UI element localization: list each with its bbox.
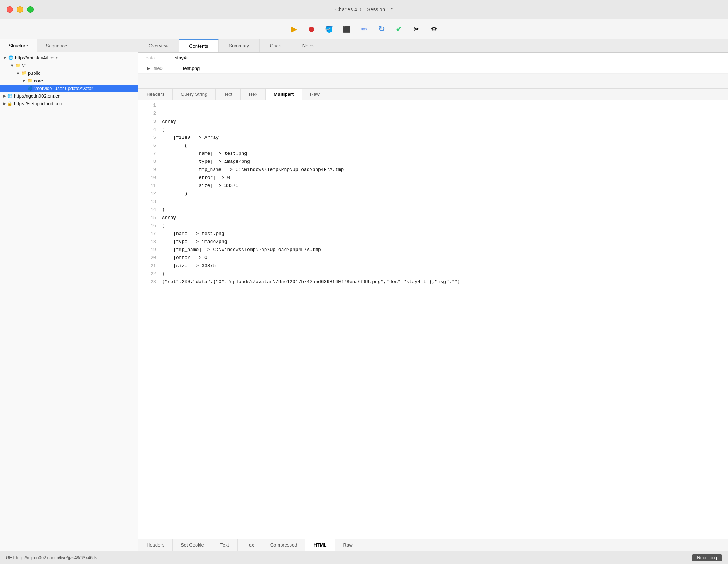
tab-contents[interactable]: Contents [179,39,219,52]
req-tab-multipart[interactable]: Multipart [266,89,302,100]
line-number: 2 [143,110,156,118]
resp-tab-compressed[interactable]: Compressed [262,539,306,551]
line-number: 3 [143,118,156,126]
request-sub-tabs: Headers Query String Text Hex Multipart … [138,89,728,100]
folder-icon-core: 📁 [27,78,32,83]
clear-btn[interactable]: ⬛ [339,23,354,36]
tab-overview[interactable]: Overview [138,39,179,52]
tab-summary[interactable]: Summary [219,39,260,52]
sidebar-tabs: Structure Sequence [0,39,138,52]
record-btn[interactable]: ⏺ [304,23,319,36]
line-number: 6 [143,142,156,150]
req-tab-headers[interactable]: Headers [138,89,173,100]
line-content: [error] => 0 [162,254,207,262]
maximize-button[interactable] [27,6,34,13]
line-content: [name] => test.png [162,150,247,158]
toolbar: ▶ ⏺ 🪣 ⬛ ✏ ↻ ✔ ✂ ⚙ [0,19,728,39]
recording-badge[interactable]: Recording [692,554,722,561]
code-area[interactable]: 123Array4(5 [file0] => Array6 (7 [name] … [138,100,728,539]
code-line: 21 [size] => 33375 [138,262,728,270]
req-tab-querystring[interactable]: Query String [173,89,216,100]
code-line: 6 ( [138,142,728,150]
line-content: {"ret":200,"data":{"0":"uploads\/avatar\… [162,278,460,286]
tree-item-public[interactable]: ▼ 📁 public [0,69,138,77]
code-line: 19 [tmp_name] => C:\Windows\Temp\Php\Upl… [138,246,728,254]
req-tab-text[interactable]: Text [216,89,241,100]
line-content: Array [162,118,176,126]
file-icon: 🔵 [28,86,33,91]
sidebar-tab-sequence[interactable]: Sequence [37,39,77,52]
code-line: 22) [138,270,728,278]
settings-btn[interactable]: ⚙ [427,23,441,36]
line-number: 13 [143,198,156,206]
line-number: 23 [143,278,156,286]
line-number: 18 [143,238,156,246]
tick-btn[interactable]: ✔ [392,23,406,36]
refresh-btn[interactable]: ↻ [374,23,389,36]
stop-btn[interactable]: 🪣 [322,23,336,36]
expand-file0-btn[interactable]: ▶ [146,65,152,71]
line-content: ( [162,126,165,134]
minimize-button[interactable] [17,6,23,13]
tree-item-v1[interactable]: ▼ 📁 v1 [0,62,138,69]
line-content: ( [162,142,187,150]
chevron-right-icon-ngcdn: ▶ [3,94,6,98]
pointer-btn[interactable]: ▶ [287,23,301,36]
code-line: 11 [size] => 33375 [138,182,728,190]
chevron-right-icon-icloud: ▶ [3,101,6,106]
tree-item-api-stay4it[interactable]: ▼ 🌐 http://api.stay4it.com [0,54,138,62]
statusbar: GET http://ngcdn002.cnr.cn/live/jjzs48/6… [0,551,728,564]
line-content: [type] => image/png [162,238,227,246]
bookmark-btn[interactable]: ✏ [357,23,371,36]
resp-tab-raw[interactable]: Raw [335,539,361,551]
tab-chart[interactable]: Chart [260,39,292,52]
line-number: 17 [143,230,156,238]
line-content: [name] => test.png [162,230,224,238]
close-button[interactable] [7,6,13,13]
req-tab-hex[interactable]: Hex [241,89,266,100]
tree-item-service[interactable]: 🔵 ?service=user.updateAvatar [0,85,138,92]
code-line: 16( [138,222,728,230]
line-content: [type] => image/png [162,158,250,166]
resp-tab-hex[interactable]: Hex [238,539,262,551]
folder-icon-public: 📁 [21,71,27,75]
code-line: 23{"ret":200,"data":{"0":"uploads\/avata… [138,278,728,286]
line-number: 8 [143,158,156,166]
data-value-file0: test.png [183,66,200,71]
tab-notes[interactable]: Notes [292,39,325,52]
line-number: 5 [143,134,156,142]
line-number: 1 [143,102,156,110]
code-line: 15Array [138,214,728,222]
response-tabs: Headers Set Cookie Text Hex Compressed H… [138,539,728,551]
line-content: ( [162,222,165,230]
lock-icon: 🔒 [7,101,12,106]
line-number: 10 [143,174,156,182]
code-line: 1 [138,102,728,110]
spacer [138,74,728,89]
resp-tab-setcookie[interactable]: Set Cookie [173,539,212,551]
window-controls [7,6,34,13]
chevron-down-icon-v1: ▼ [10,63,14,68]
tree-item-icloud[interactable]: ▶ 🔒 https://setup.icloud.com [0,100,138,107]
line-number: 4 [143,126,156,134]
resp-tab-headers[interactable]: Headers [138,539,173,551]
tools-btn[interactable]: ✂ [409,23,424,36]
chevron-down-icon-public: ▼ [16,71,20,75]
req-tab-raw[interactable]: Raw [302,89,328,100]
line-number: 21 [143,262,156,270]
tree-item-core[interactable]: ▼ 📁 core [0,77,138,85]
window-title: Charles 4.0 – Session 1 * [335,7,393,12]
resp-tab-text[interactable]: Text [212,539,238,551]
line-content: ) [162,190,187,198]
resp-tab-html[interactable]: HTML [305,539,335,551]
code-line: 12 ) [138,190,728,198]
code-line: 2 [138,110,728,118]
sidebar-tab-structure[interactable]: Structure [0,39,37,52]
tree-item-ngcdn002[interactable]: ▶ 🌐 http://ngcdn002.cnr.cn [0,92,138,100]
status-text: GET http://ngcdn002.cnr.cn/live/jjzs48/6… [6,555,97,560]
globe-icon-ngcdn: 🌐 [7,94,12,98]
code-line: 17 [name] => test.png [138,230,728,238]
code-line: 13 [138,198,728,206]
globe-icon: 🌐 [8,55,13,60]
code-line: 10 [error] => 0 [138,174,728,182]
